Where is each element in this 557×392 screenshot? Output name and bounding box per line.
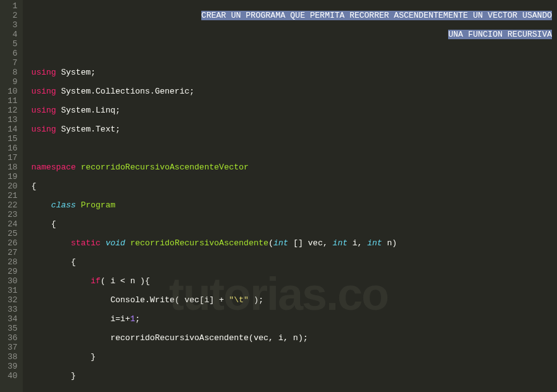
line-number: 4	[8, 30, 18, 39]
line-number: 35	[8, 324, 18, 333]
line-number: 16	[8, 144, 18, 153]
line-number: 17	[8, 153, 18, 162]
line-number: 30	[8, 276, 18, 286]
line-number: 13	[8, 115, 18, 125]
line-number: 21	[8, 191, 18, 200]
line-number: 36	[8, 333, 18, 343]
line-number: 40	[8, 371, 18, 381]
line-number: 24	[8, 219, 18, 229]
line-number: 1	[8, 1, 18, 11]
line-number: 12	[8, 106, 18, 115]
line-number: 3	[8, 20, 18, 30]
line-number: 26	[8, 238, 18, 248]
line-number: 28	[8, 257, 18, 267]
line-number: 29	[8, 267, 18, 276]
line-number: 19	[8, 172, 18, 181]
line-number: 18	[8, 162, 18, 172]
line-number: 27	[8, 248, 18, 257]
line-number: 32	[8, 295, 18, 305]
line-number: 8	[8, 68, 18, 77]
line-number: 10	[8, 87, 18, 96]
code-area[interactable]: CREAR UN PROGRAMA QUE PERMITA RECORRER A…	[23, 0, 557, 392]
line-number: 22	[8, 200, 18, 210]
line-number: 6	[8, 49, 18, 58]
line-number: 5	[8, 39, 18, 49]
line-number: 11	[8, 96, 18, 106]
line-number: 34	[8, 314, 18, 324]
line-number: 38	[8, 352, 18, 362]
line-number: 25	[8, 229, 18, 238]
code-editor[interactable]: 1234567891011121314151617181920212223242…	[0, 0, 557, 392]
line-number-gutter: 1234567891011121314151617181920212223242…	[0, 0, 23, 392]
selected-comment-line1: CREAR UN PROGRAMA QUE PERMITA RECORRER A…	[201, 11, 552, 20]
line-number: 15	[8, 134, 18, 144]
line-number: 31	[8, 286, 18, 295]
line-number: 33	[8, 305, 18, 314]
line-number: 2	[8, 11, 18, 20]
line-number: 7	[8, 58, 18, 68]
line-number: 39	[8, 362, 18, 371]
line-number: 9	[8, 77, 18, 87]
line-number: 20	[8, 181, 18, 191]
line-number: 23	[8, 210, 18, 219]
selected-comment-line2: UNA FUNCION RECURSIVA	[448, 30, 552, 39]
line-number: 37	[8, 343, 18, 352]
line-number: 14	[8, 125, 18, 134]
